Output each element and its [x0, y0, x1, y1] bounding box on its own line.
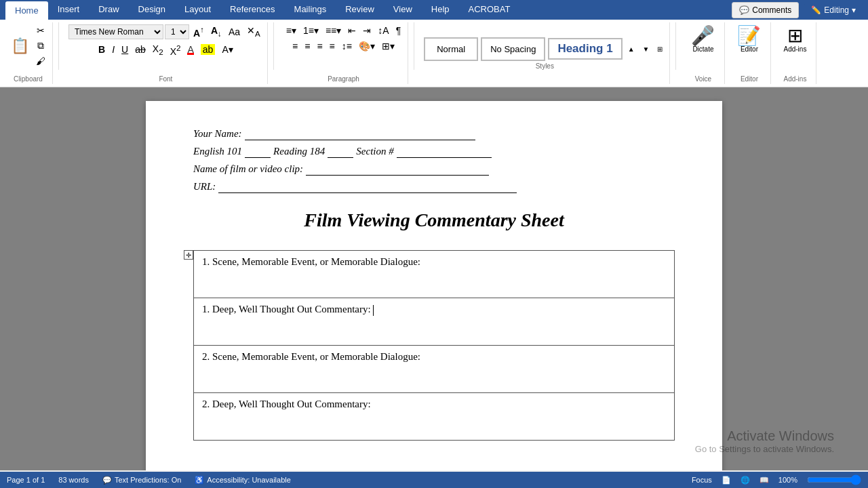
table-row: 1. Scene, Memorable Event, or Memorable …	[194, 251, 675, 298]
view-web[interactable]: 🌐	[741, 476, 750, 485]
row1-commentary-cell[interactable]: 1. Deep, Well Thought Out Commentary:	[194, 298, 675, 346]
tab-review[interactable]: Review	[336, 0, 384, 20]
english-label: English 101	[193, 146, 242, 157]
styles-scroll-down[interactable]: ▼	[640, 44, 652, 54]
underline-button[interactable]: U	[119, 43, 131, 56]
row1-commentary-label: 1. Deep, Well Thought Out Commentary:	[202, 304, 371, 314]
styles-row: Normal No Spacing Heading 1 ▲ ▼ ⊞	[424, 37, 665, 61]
ribbon-group-editor: 📝 Editor Editor	[728, 22, 771, 84]
dictate-button[interactable]: 🎤 Dictate	[686, 24, 720, 56]
pencil-icon: ✏️	[811, 5, 821, 15]
multilevel-button[interactable]: ≡≡▾	[323, 24, 344, 37]
align-left-button[interactable]: ≡	[290, 39, 300, 53]
styles-expand[interactable]: ⊞	[654, 44, 665, 54]
cut-button[interactable]: ✂	[33, 24, 48, 37]
para-row2: ≡ ≡ ≡ ≡ ↕≡ 🎨▾ ⊞▾	[290, 39, 397, 53]
font-color-button[interactable]: A	[184, 43, 196, 56]
section-line[interactable]	[397, 146, 492, 158]
align-right-button[interactable]: ≡	[314, 39, 325, 53]
increase-indent-button[interactable]: ⇥	[360, 24, 374, 37]
tab-acrobat[interactable]: ACROBAT	[459, 0, 520, 20]
url-line[interactable]	[218, 181, 517, 193]
subscript-button[interactable]: X2	[150, 42, 166, 58]
english-line[interactable]	[245, 146, 271, 158]
line-spacing-button[interactable]: ↕≡	[339, 39, 355, 53]
focus-button[interactable]: Focus	[692, 476, 712, 484]
bullets-button[interactable]: ≡▾	[283, 24, 299, 37]
strikethrough-button[interactable]: ab	[132, 43, 149, 56]
view-read[interactable]: 📖	[760, 476, 769, 485]
ribbon-group-styles: Normal No Spacing Heading 1 ▲ ▼ ⊞ Styles	[420, 22, 670, 84]
style-heading1[interactable]: Heading 1	[548, 38, 622, 60]
font-size-select[interactable]: 12	[165, 24, 189, 39]
grow-font-button[interactable]: A↑	[191, 24, 207, 40]
page-count: Page 1 of 1	[7, 476, 45, 484]
film-line[interactable]	[306, 163, 489, 176]
addins-button[interactable]: ⊞ Add-ins	[778, 24, 812, 56]
editor-group-label: Editor	[741, 74, 758, 83]
change-case-button[interactable]: Aa	[226, 25, 243, 39]
styles-label: Styles	[424, 62, 665, 70]
format-painter-button[interactable]: 🖌	[33, 54, 48, 68]
sort-button[interactable]: ↕A	[375, 24, 391, 37]
page-content: Your Name: English 101 Reading 184 Secti…	[193, 128, 675, 441]
shrink-font-button[interactable]: A↓	[208, 24, 224, 39]
font-row1: Times New Roman 12 A↑ A↓ Aa ✕A	[68, 24, 263, 40]
tab-home[interactable]: Home	[5, 1, 48, 20]
shading-button[interactable]: 🎨▾	[356, 39, 378, 53]
tab-view[interactable]: View	[384, 0, 422, 20]
view-print[interactable]: 📄	[722, 476, 731, 485]
row2-commentary-cell[interactable]: 2. Deep, Well Thought Out Commentary:	[194, 393, 675, 441]
clear-format-button[interactable]: ✕A	[244, 24, 263, 39]
reading-label: Reading 184	[273, 146, 325, 157]
bold-button[interactable]: B	[96, 43, 108, 56]
show-formatting-button[interactable]: ¶	[393, 24, 404, 37]
editor-icon: 📝	[737, 26, 761, 45]
accessibility-status: ♿ Accessibility: Unavailable	[195, 476, 291, 485]
style-normal[interactable]: Normal	[424, 37, 478, 61]
row1-scene-cell[interactable]: 1. Scene, Memorable Event, or Memorable …	[194, 251, 675, 298]
row2-scene-label: 2. Scene, Memorable Event, or Memorable …	[202, 351, 420, 362]
tab-layout[interactable]: Layout	[175, 0, 220, 20]
ribbon-group-paragraph: ≡▾ 1≡▾ ≡≡▾ ⇤ ⇥ ↕A ¶ ≡ ≡ ≡ ≡ ↕≡ 🎨▾ ⊞▾ Par…	[279, 22, 408, 84]
table-move-handle[interactable]: ✛	[184, 250, 193, 260]
ribbon-right-actions: 💬 Comments ✏️ Editing ▾	[732, 0, 863, 20]
tab-mailings[interactable]: Mailings	[285, 0, 336, 20]
reading-line[interactable]	[328, 146, 353, 158]
comments-button[interactable]: 💬 Comments	[732, 2, 799, 18]
copy-button[interactable]: ⧉	[33, 39, 48, 53]
zoom-slider[interactable]	[807, 474, 861, 485]
tab-help[interactable]: Help	[422, 0, 459, 20]
justify-button[interactable]: ≡	[327, 39, 338, 53]
your-name-label: Your Name:	[193, 128, 242, 140]
sep4	[675, 22, 676, 70]
paste-button[interactable]: 📋	[8, 36, 32, 56]
italic-button[interactable]: I	[109, 43, 117, 56]
clipboard-row: 📋 ✂ ⧉ 🖌	[8, 24, 48, 68]
tab-draw[interactable]: Draw	[89, 0, 128, 20]
document-page[interactable]: Your Name: English 101 Reading 184 Secti…	[146, 101, 722, 470]
font-family-select[interactable]: Times New Roman	[68, 24, 163, 39]
styles-scroll-up[interactable]: ▲	[625, 44, 637, 54]
style-nospacing[interactable]: No Spacing	[481, 37, 545, 61]
decrease-indent-button[interactable]: ⇤	[345, 24, 359, 37]
row2-scene-cell[interactable]: 2. Scene, Memorable Event, or Memorable …	[194, 346, 675, 393]
superscript-button[interactable]: X2	[167, 42, 184, 58]
borders-button[interactable]: ⊞▾	[379, 39, 397, 53]
sep1	[58, 22, 59, 70]
tab-insert[interactable]: Insert	[48, 0, 90, 20]
your-name-line[interactable]	[245, 128, 475, 140]
align-center-button[interactable]: ≡	[302, 39, 313, 53]
editor-button[interactable]: 📝 Editor	[732, 24, 766, 56]
text-color-button[interactable]: A▾	[219, 43, 235, 56]
tab-references[interactable]: References	[220, 0, 284, 20]
ribbon-group-font: Times New Roman 12 A↑ A↓ Aa ✕A B I U ab …	[64, 22, 268, 84]
tab-design[interactable]: Design	[129, 0, 175, 20]
editing-button[interactable]: ✏️ Editing ▾	[804, 3, 863, 18]
numbering-button[interactable]: 1≡▾	[300, 24, 321, 37]
form-your-name: Your Name:	[193, 128, 675, 140]
row1-scene-label: 1. Scene, Memorable Event, or Memorable …	[202, 256, 420, 267]
highlight-button[interactable]: ab	[198, 43, 218, 56]
nospacing-label: No Spacing	[490, 44, 536, 54]
ribbon-group-clipboard: 📋 ✂ ⧉ 🖌 Clipboard	[4, 22, 53, 84]
